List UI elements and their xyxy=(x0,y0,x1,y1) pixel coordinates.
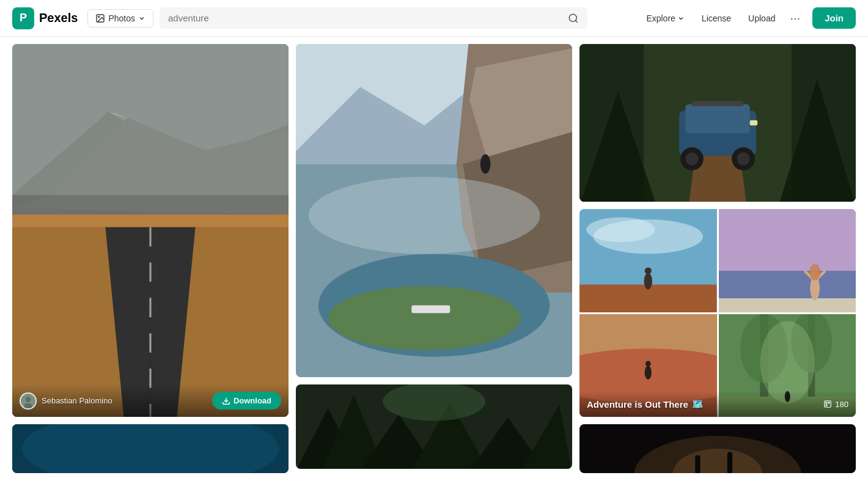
add-to-collection-button-2[interactable] xyxy=(237,430,258,451)
svg-rect-17 xyxy=(12,44,289,195)
card-overlay: Sebastian Palomino Download xyxy=(12,384,289,417)
collect-cave[interactable] xyxy=(804,430,825,451)
explore-menu-button[interactable]: Explore xyxy=(639,9,691,28)
svg-point-67 xyxy=(586,218,655,242)
bookmark-icon-3 xyxy=(526,56,536,65)
collection-overlay: Adventure is Out There 🗺️ 180 xyxy=(579,391,856,417)
mosaic-grid xyxy=(579,209,856,417)
collection-count-icon xyxy=(823,400,832,408)
collection-mosaic[interactable]: Adventure is Out There 🗺️ 180 xyxy=(579,209,856,417)
svg-point-69 xyxy=(644,273,652,289)
grid-col-3: Download xyxy=(579,44,856,473)
photo-grid: Sebastian Palomino Download xyxy=(0,37,868,480)
avatar xyxy=(20,392,37,410)
svg-point-2 xyxy=(569,14,576,21)
chevron-down-icon xyxy=(138,15,145,22)
search-input[interactable] xyxy=(168,7,562,29)
main-nav: Explore License Upload ··· Join xyxy=(639,7,856,29)
photographer-info: Sebastian Palomino xyxy=(20,392,112,410)
license-link[interactable]: License xyxy=(694,9,738,28)
logo-text: Pexels xyxy=(39,11,78,25)
photo-card-road[interactable]: Sebastian Palomino Download xyxy=(12,44,289,417)
mosaic-sky-image xyxy=(579,209,717,312)
photo-icon xyxy=(95,13,105,23)
svg-rect-101 xyxy=(695,455,700,473)
download-cliff-button[interactable]: Download xyxy=(496,352,565,370)
svg-point-70 xyxy=(645,267,652,274)
download-icon xyxy=(222,397,230,405)
heart-icon-5 xyxy=(834,56,844,65)
download-icon-2 xyxy=(506,357,514,366)
photo-card-jeep[interactable]: Download xyxy=(579,44,856,202)
like-jeep[interactable] xyxy=(829,50,850,71)
collect-forest[interactable] xyxy=(521,391,542,411)
more-options-button[interactable]: ··· xyxy=(785,9,805,28)
road-image xyxy=(12,44,289,417)
svg-point-36 xyxy=(309,177,540,254)
upload-link[interactable]: Upload xyxy=(741,9,782,28)
svg-rect-95 xyxy=(826,402,827,403)
heart-icon-4 xyxy=(551,396,561,406)
search-bar xyxy=(160,7,587,29)
svg-point-85 xyxy=(645,361,651,366)
bookmark-icon-5 xyxy=(810,56,820,65)
svg-rect-55 xyxy=(685,105,749,133)
svg-rect-61 xyxy=(750,120,758,125)
svg-point-59 xyxy=(737,152,750,165)
download-button[interactable]: Download xyxy=(212,392,281,410)
svg-rect-35 xyxy=(411,306,450,314)
grid-col-1: Sebastian Palomino Download xyxy=(12,44,289,473)
bookmark-icon-2 xyxy=(243,436,252,446)
logo[interactable]: P Pexels xyxy=(12,7,78,29)
collection-count: 180 xyxy=(823,400,848,409)
svg-point-22 xyxy=(24,403,32,409)
logo-icon: P xyxy=(12,7,34,29)
mosaic-cell-2 xyxy=(719,209,856,312)
cliff-photographer-name: Tobias Bjørkli xyxy=(325,356,372,366)
cliff-avatar-img xyxy=(304,353,319,370)
photos-dropdown-button[interactable]: Photos xyxy=(87,9,153,28)
bookmark-icon-6 xyxy=(810,436,820,446)
svg-rect-96 xyxy=(828,402,829,403)
svg-point-39 xyxy=(307,363,316,369)
mosaic-beach-image xyxy=(719,209,856,312)
svg-rect-60 xyxy=(692,101,743,106)
like-button-2[interactable] xyxy=(262,430,282,451)
svg-point-34 xyxy=(328,286,521,350)
photo-card-cliff[interactable]: Tobias Bjørkli Download xyxy=(296,44,572,377)
svg-rect-73 xyxy=(719,271,856,298)
cliff-avatar xyxy=(303,353,320,370)
collection-title: Adventure is Out There 🗺️ xyxy=(587,399,704,410)
search-button[interactable] xyxy=(568,13,579,24)
collect-jeep[interactable] xyxy=(804,50,825,71)
cliff-image xyxy=(296,44,572,377)
heart-icon-6 xyxy=(834,436,844,446)
svg-point-58 xyxy=(685,152,698,165)
search-icon xyxy=(568,13,579,24)
cliff-photographer: Tobias Bjørkli xyxy=(303,353,372,370)
svg-point-79 xyxy=(809,264,820,281)
svg-point-38 xyxy=(309,357,315,362)
svg-point-21 xyxy=(26,397,31,402)
photographer-name: Sebastian Palomino xyxy=(42,396,112,405)
like-forest[interactable] xyxy=(545,391,566,411)
photo-card-forest[interactable] xyxy=(296,384,572,469)
svg-line-3 xyxy=(575,20,577,22)
heart-icon-2 xyxy=(267,436,277,446)
photos-label: Photos xyxy=(108,13,135,23)
like-cliff[interactable] xyxy=(545,50,566,71)
add-to-collection-cliff[interactable] xyxy=(521,50,542,71)
photo-card-cave[interactable] xyxy=(579,424,856,473)
svg-point-84 xyxy=(645,366,652,379)
avatar-image xyxy=(21,392,35,410)
grid-col-2: Tobias Bjørkli Download xyxy=(296,44,572,469)
bookmark-icon-4 xyxy=(526,396,536,406)
photo-card-teal[interactable] xyxy=(12,424,289,473)
join-button[interactable]: Join xyxy=(812,7,856,29)
svg-point-32 xyxy=(480,155,491,174)
like-cave[interactable] xyxy=(829,430,850,451)
explore-chevron-icon xyxy=(677,15,685,22)
svg-rect-72 xyxy=(719,209,856,271)
svg-rect-74 xyxy=(719,298,856,312)
heart-icon-3 xyxy=(551,56,561,65)
